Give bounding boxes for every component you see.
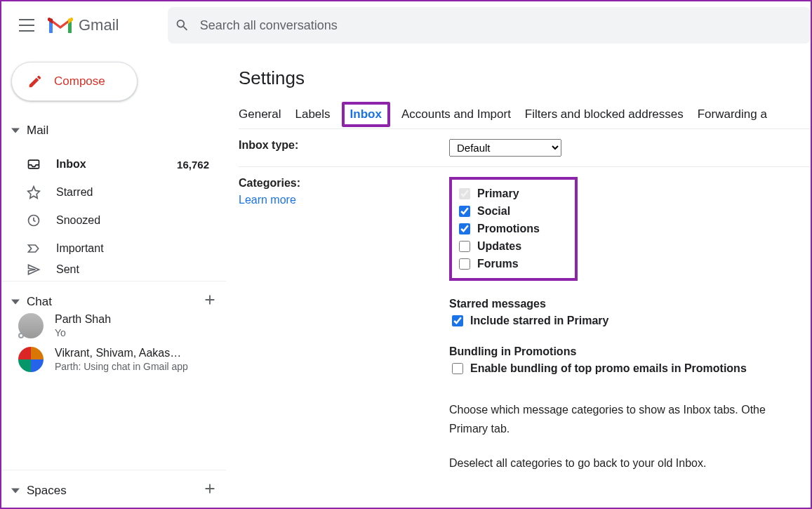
settings-panel: Settings General Labels Inbox Accounts a… — [226, 49, 811, 508]
inbox-icon — [27, 157, 41, 171]
tab-general[interactable]: General — [239, 107, 281, 121]
checkbox-bundling[interactable] — [452, 363, 463, 374]
caret-down-icon — [11, 298, 20, 306]
bundling-heading: Bundling in Promotions — [449, 345, 811, 358]
tab-forwarding[interactable]: Forwarding a — [698, 107, 767, 121]
tab-filters[interactable]: Filters and blocked addresses — [525, 107, 684, 121]
checkbox-social[interactable] — [459, 206, 470, 217]
app-name: Gmail — [79, 16, 119, 34]
new-chat-button[interactable] — [202, 292, 218, 311]
mail-section-header[interactable]: Mail — [1, 117, 226, 145]
hamburger-icon — [19, 19, 34, 32]
inbox-count: 16,762 — [177, 159, 209, 171]
inbox-type-row: Inbox type: Default — [239, 129, 811, 167]
bundling-option[interactable]: Enable bundling of top promo emails in P… — [449, 361, 811, 376]
inbox-type-label: Inbox type: — [239, 139, 298, 151]
star-icon — [27, 185, 41, 199]
starred-heading: Starred messages — [449, 298, 811, 310]
gmail-logo[interactable]: Gmail — [48, 15, 119, 35]
categories-label: Categories: — [239, 177, 300, 189]
page-title: Settings — [239, 67, 811, 89]
tab-labels[interactable]: Labels — [295, 107, 330, 121]
spaces-section-header[interactable]: Spaces — [1, 470, 226, 498]
nav-starred[interactable]: Starred — [1, 178, 226, 206]
checkbox-primary — [459, 188, 470, 199]
categories-description: Choose which message categories to show … — [449, 400, 811, 473]
search-bar[interactable] — [168, 7, 811, 44]
checkbox-updates[interactable] — [459, 241, 470, 252]
compose-label: Compose — [54, 74, 105, 88]
caret-down-icon — [11, 487, 20, 495]
send-icon — [27, 263, 41, 277]
category-social[interactable]: Social — [456, 204, 540, 219]
inbox-type-select[interactable]: Default — [449, 139, 561, 157]
search-icon — [175, 18, 189, 33]
new-space-button[interactable] — [202, 481, 218, 500]
group-avatar — [18, 347, 44, 372]
nav-important[interactable]: Important — [1, 234, 226, 263]
tab-accounts[interactable]: Accounts and Import — [401, 107, 511, 121]
clock-icon — [27, 213, 41, 227]
search-input[interactable] — [199, 18, 804, 34]
avatar — [18, 313, 44, 338]
nav-sent[interactable]: Sent — [1, 263, 226, 277]
category-primary: Primary — [456, 186, 540, 201]
categories-row: Categories: Learn more Primary Social Pr… — [239, 167, 811, 483]
tab-inbox[interactable]: Inbox — [350, 107, 382, 121]
chat-section-header[interactable]: Chat — [1, 281, 226, 309]
settings-tabs: General Labels Inbox Accounts and Import… — [239, 107, 811, 129]
gmail-logo-icon — [48, 15, 73, 35]
learn-more-link[interactable]: Learn more — [239, 194, 296, 206]
nav-snoozed[interactable]: Snoozed — [1, 206, 226, 234]
main-menu-button[interactable] — [10, 8, 44, 42]
chat-item[interactable]: Parth Shah Yo — [1, 309, 226, 343]
chat-item[interactable]: Vikrant, Shivam, Aakas… Parth: Using cha… — [1, 343, 226, 376]
category-updates[interactable]: Updates — [456, 239, 540, 254]
sidebar: Compose Mail Inbox 16,762 Starred Snooze… — [1, 49, 226, 508]
pencil-icon — [27, 74, 43, 89]
starred-include-option[interactable]: Include starred in Primary — [449, 313, 811, 329]
important-icon — [27, 242, 41, 256]
checkbox-include-starred[interactable] — [452, 315, 463, 326]
category-promotions[interactable]: Promotions — [456, 221, 540, 237]
nav-inbox[interactable]: Inbox 16,762 — [1, 150, 226, 178]
category-forums[interactable]: Forums — [456, 256, 540, 272]
caret-down-icon — [11, 126, 20, 135]
categories-highlight: Primary Social Promotions Updates Forums — [449, 177, 578, 281]
checkbox-promotions[interactable] — [459, 223, 470, 234]
compose-button[interactable]: Compose — [11, 62, 138, 101]
checkbox-forums[interactable] — [459, 258, 470, 270]
